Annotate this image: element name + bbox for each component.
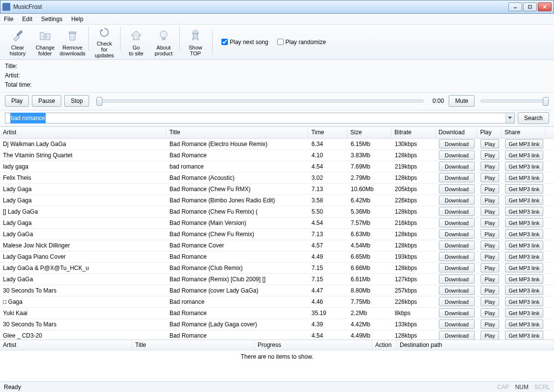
combo-arrow-icon[interactable] <box>506 113 514 123</box>
toolbar-change-folder[interactable]: Changefolder <box>31 26 59 58</box>
get-mp3-link-button[interactable]: Get MP3 link <box>505 263 543 272</box>
maximize-button[interactable] <box>523 2 537 11</box>
get-mp3-link-button[interactable]: Get MP3 link <box>505 207 543 216</box>
stop-button[interactable]: Stop <box>64 95 89 107</box>
get-mp3-link-button[interactable]: Get MP3 link <box>505 184 543 194</box>
download-button[interactable]: Download <box>439 184 475 194</box>
get-mp3-link-button[interactable]: Get MP3 link <box>505 139 543 148</box>
toolbar-clear-history[interactable]: Clearhistory <box>4 26 31 58</box>
download-button[interactable]: Download <box>439 308 475 318</box>
get-mp3-link-button[interactable]: Get MP3 link <box>505 150 543 160</box>
search-button[interactable]: Search <box>518 112 549 124</box>
toolbar-show-top[interactable]: TOPShowTOP <box>182 26 209 58</box>
play-next-checkbox[interactable]: Play next song <box>221 39 268 46</box>
row-play-button[interactable]: Play <box>481 297 499 306</box>
row-play-button[interactable]: Play <box>481 319 499 329</box>
result-row[interactable]: Lady GaGaBad Romance (Chew Fu Remix)7.13… <box>0 229 554 240</box>
col-header-play[interactable]: Play <box>477 127 502 138</box>
result-row[interactable]: Lady Gaga Piano CoverBad Romance4.496.65… <box>0 251 554 263</box>
menu-help[interactable]: Help <box>71 16 83 23</box>
result-row[interactable]: Lady GaGa & P@X@Tu_HCK_uBad Romance (Clu… <box>0 263 554 274</box>
minimize-button[interactable] <box>508 2 522 11</box>
get-mp3-link-button[interactable]: Get MP3 link <box>505 162 543 171</box>
search-input[interactable] <box>5 113 515 123</box>
result-row[interactable]: Malese Jow Nick DillingerBad Romance Cov… <box>0 240 554 251</box>
play-button[interactable]: Play <box>5 95 29 107</box>
download-button[interactable]: Download <box>439 286 475 295</box>
col-header-download[interactable]: Download <box>435 127 477 138</box>
toolbar-check-updates[interactable]: Checkfor updates <box>91 26 118 58</box>
download-button[interactable]: Download <box>439 218 475 227</box>
get-mp3-link-button[interactable]: Get MP3 link <box>505 218 543 227</box>
play-randomize-input[interactable] <box>277 39 284 45</box>
close-button[interactable] <box>538 2 552 11</box>
row-play-button[interactable]: Play <box>481 173 499 182</box>
result-row[interactable]: Dj Walkman Lady GaGaBad Romance (Electro… <box>0 139 554 150</box>
row-play-button[interactable]: Play <box>481 252 499 261</box>
download-button[interactable]: Download <box>439 319 475 329</box>
download-button[interactable]: Download <box>439 229 475 239</box>
row-play-button[interactable]: Play <box>481 218 499 227</box>
get-mp3-link-button[interactable]: Get MP3 link <box>505 173 543 182</box>
row-play-button[interactable]: Play <box>481 229 499 239</box>
dl-col-artist[interactable]: Artist <box>0 340 132 350</box>
get-mp3-link-button[interactable]: Get MP3 link <box>505 229 543 239</box>
download-button[interactable]: Download <box>439 263 475 272</box>
get-mp3-link-button[interactable]: Get MP3 link <box>505 274 543 284</box>
result-row[interactable]: Lady GagaBad Romance (Main Version)4.547… <box>0 218 554 229</box>
download-button[interactable]: Download <box>439 150 475 160</box>
row-play-button[interactable]: Play <box>481 274 499 284</box>
volume-slider[interactable] <box>481 99 549 102</box>
row-play-button[interactable]: Play <box>481 331 499 340</box>
download-button[interactable]: Download <box>439 173 475 182</box>
get-mp3-link-button[interactable]: Get MP3 link <box>505 241 543 250</box>
menu-edit[interactable]: Edit <box>22 16 32 23</box>
col-header-share[interactable]: Share <box>502 127 546 138</box>
seek-slider[interactable] <box>96 99 424 102</box>
download-button[interactable]: Download <box>439 297 475 306</box>
menu-settings[interactable]: Settings <box>41 16 62 23</box>
result-row[interactable]: Lady GagaBad Romance (Bimbo Jones Radio … <box>0 195 554 206</box>
col-header-artist[interactable]: Artist <box>0 127 167 138</box>
col-header-bitrate[interactable]: Bitrate <box>391 127 435 138</box>
download-button[interactable]: Download <box>439 162 475 171</box>
menu-file[interactable]: File <box>4 16 13 23</box>
row-play-button[interactable]: Play <box>481 162 499 171</box>
result-row[interactable]: Lady GaGaBad Romance (Remix) [Club 2009]… <box>0 274 554 285</box>
dl-col-title[interactable]: Title <box>132 340 255 350</box>
col-header-title[interactable]: Title <box>167 127 309 138</box>
download-button[interactable]: Download <box>439 196 475 205</box>
row-play-button[interactable]: Play <box>481 207 499 216</box>
download-button[interactable]: Download <box>439 331 475 340</box>
result-row[interactable]: Felix TheisBad Romance (Acoustic)3.022.7… <box>0 172 554 184</box>
result-row[interactable]: [] Lady GaGaBad Romance (Chew Fu Remix) … <box>0 206 554 218</box>
download-button[interactable]: Download <box>439 252 475 261</box>
get-mp3-link-button[interactable]: Get MP3 link <box>505 252 543 261</box>
row-play-button[interactable]: Play <box>481 196 499 205</box>
result-row[interactable]: Yuki KaaiBad Romance35.192.2Mb8kbpsDownl… <box>0 308 554 319</box>
volume-thumb[interactable] <box>543 97 549 106</box>
get-mp3-link-button[interactable]: Get MP3 link <box>505 196 543 205</box>
download-button[interactable]: Download <box>439 139 475 148</box>
get-mp3-link-button[interactable]: Get MP3 link <box>505 308 543 318</box>
result-row[interactable]: 30 Seconds To MarsBad Romance (Lady Gaga… <box>0 319 554 330</box>
play-randomize-checkbox[interactable]: Play randomize <box>277 39 326 46</box>
dl-col-dest[interactable]: Destination path <box>397 340 554 350</box>
pause-button[interactable]: Pause <box>32 95 61 107</box>
dl-col-progress[interactable]: Progress <box>255 340 372 350</box>
result-row[interactable]: Glee _ CD3-20Bad Romance4.544.49Mb128kbp… <box>0 330 554 340</box>
col-header-size[interactable]: Size <box>347 127 391 138</box>
download-button[interactable]: Download <box>439 207 475 216</box>
get-mp3-link-button[interactable]: Get MP3 link <box>505 286 543 295</box>
toolbar-goto-site[interactable]: Goto site <box>122 26 150 58</box>
toolbar-about-product[interactable]: Aboutproduct <box>150 26 177 58</box>
get-mp3-link-button[interactable]: Get MP3 link <box>505 319 543 329</box>
seek-thumb[interactable] <box>96 97 102 106</box>
download-button[interactable]: Download <box>439 241 475 250</box>
dl-col-action[interactable]: Action <box>372 340 397 350</box>
row-play-button[interactable]: Play <box>481 241 499 250</box>
get-mp3-link-button[interactable]: Get MP3 link <box>505 297 543 306</box>
results-body[interactable]: Dj Walkman Lady GaGaBad Romance (Electro… <box>0 139 554 340</box>
col-header-time[interactable]: Time <box>308 127 347 138</box>
mute-button[interactable]: Mute <box>449 95 475 107</box>
